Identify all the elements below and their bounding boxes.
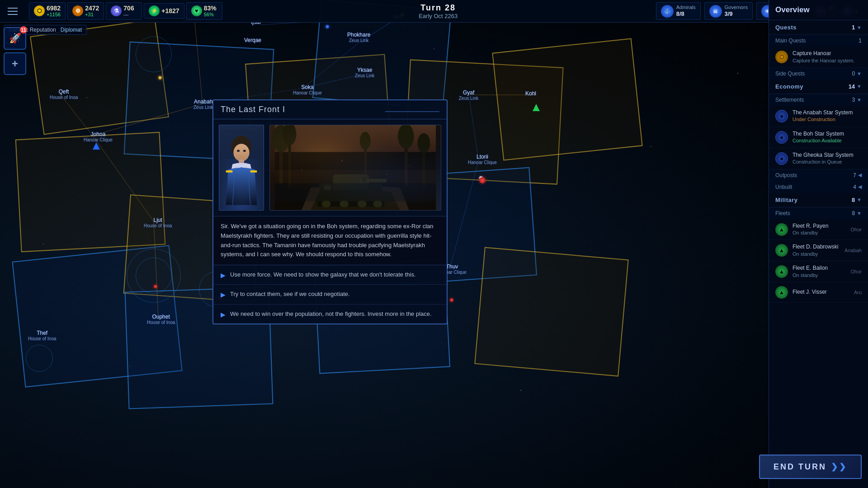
- svg-point-47: [386, 174, 387, 175]
- fleet-dabrowski-status: On standby: [793, 251, 838, 257]
- quest-icon: ⬡: [775, 51, 788, 63]
- industry-amount: 2472: [85, 5, 99, 12]
- svg-rect-29: [405, 136, 408, 186]
- industry-icon: ⚙: [72, 5, 83, 16]
- svg-rect-38: [317, 201, 384, 206]
- side-quests-label: Side Quests: [775, 70, 805, 77]
- military-section-header[interactable]: Military 8 ▼: [769, 193, 868, 207]
- svg-rect-23: [275, 125, 436, 210]
- quests-section-header[interactable]: Quests 1 ▼: [769, 20, 868, 35]
- side-quests-count: 0: [852, 70, 855, 77]
- svg-rect-35: [320, 183, 382, 206]
- economy-chevron: ▼: [857, 84, 862, 89]
- settlement-gheoka-status: Construction in Queue: [793, 159, 854, 165]
- svg-rect-36: [333, 174, 369, 190]
- fleet-payen-status: On standby: [793, 230, 828, 236]
- fleet-dabrowski[interactable]: ▲ Fleet D. Dabrowski On standby Anabah: [769, 240, 868, 261]
- portrait-glow: [219, 159, 264, 210]
- quest-name: Capture Hanoar: [793, 50, 855, 57]
- quests-count: 1: [852, 24, 855, 31]
- energy-amount: +1827: [161, 7, 179, 15]
- svg-rect-49: [275, 170, 436, 183]
- fleets-label: Fleets: [775, 210, 790, 216]
- title-decoration: [385, 111, 439, 112]
- health-icon: ♥: [191, 5, 202, 16]
- svg-point-28: [283, 125, 297, 145]
- svg-rect-50: [275, 183, 436, 202]
- fleet-payen-location: Ohor: [851, 227, 862, 232]
- fleet-payen[interactable]: ▲ Fleet R. Payen On standby Ohor: [769, 219, 868, 240]
- settlements-label: Settlements: [775, 97, 804, 103]
- scene-svg: [270, 125, 441, 210]
- svg-rect-22: [275, 125, 436, 210]
- end-turn-button[interactable]: END TURN ❯❯: [759, 455, 862, 479]
- economy-title: Economy: [775, 83, 803, 90]
- science-delta: —: [123, 12, 134, 18]
- svg-rect-37: [360, 179, 387, 183]
- fleet-dabrowski-location: Anabah: [844, 248, 862, 253]
- dialog-content: [213, 119, 447, 216]
- gold-icon: ⬡: [34, 5, 45, 16]
- science-amount: 706: [123, 5, 134, 12]
- settlement-anabah-status: Under Construction: [793, 116, 853, 122]
- health-resource: ♥ 83% 56%: [186, 2, 222, 20]
- settlement-gheoka-icon: ●: [775, 152, 788, 165]
- settlement-gheoka[interactable]: ● The Gheoka Star System Construction in…: [769, 148, 868, 169]
- svg-point-32: [418, 133, 430, 153]
- turn-date: Early Oct 2263: [419, 13, 458, 19]
- svg-rect-43: [324, 186, 331, 190]
- add-action-button[interactable]: +: [4, 52, 26, 75]
- choice-2-button[interactable]: ▶ Try to contact them, see if we could n…: [213, 285, 447, 304]
- unbuilt-label: Unbuilt: [775, 184, 792, 190]
- main-quests-count: 1: [859, 38, 862, 44]
- science-icon: ⚗: [111, 5, 122, 16]
- action-icons-panel: 🚀 11 +: [4, 27, 26, 75]
- admirals-icon: ⚓: [661, 5, 674, 18]
- svg-point-48: [409, 165, 410, 166]
- quests-chevron: ▼: [857, 25, 862, 30]
- settlement-anabah[interactable]: ● The Anabah Star System Under Construct…: [769, 106, 868, 127]
- ship-action-button[interactable]: 🚀 11: [4, 27, 26, 50]
- outposts-label: Outposts: [775, 172, 797, 178]
- menu-button[interactable]: [4, 2, 22, 20]
- dialog-body-text: Sir. We've got a situation going on in t…: [221, 222, 439, 259]
- fleet-payen-icon: ▲: [775, 223, 788, 236]
- health-main: 83%: [204, 5, 217, 12]
- governors-group[interactable]: 🏛 Governors 3/9: [704, 2, 753, 20]
- fleet-bailon-icon: ▲: [775, 265, 788, 278]
- dialog-choices: ▶ Use more force. We need to show the ga…: [213, 265, 447, 324]
- quest-dialog: The Last Front I: [212, 99, 448, 324]
- dialog-scene: [269, 125, 441, 211]
- settlement-boh[interactable]: ● The Boh Star System Construction Avail…: [769, 127, 868, 148]
- outposts-count: 7: [853, 172, 856, 178]
- admirals-title: Admirals: [676, 5, 696, 10]
- governors-count: 3/9: [725, 10, 748, 18]
- topbar: ⬡ 6982 +1156 ⚙ 2472 +31 ⚗ 706 — ⚡: [0, 0, 868, 23]
- svg-point-34: [360, 132, 371, 150]
- fleet-dabrowski-name: Fleet D. Dabrowski: [793, 244, 838, 251]
- dialog-title-bar: The Last Front I: [213, 100, 447, 119]
- settlement-boh-icon: ●: [775, 131, 788, 144]
- svg-rect-31: [422, 143, 425, 188]
- settlement-gheoka-name: The Gheoka Star System: [793, 152, 854, 159]
- svg-point-45: [301, 169, 302, 170]
- side-quests-chevron: ▼: [857, 71, 862, 76]
- choice-3-arrow: ▶: [221, 311, 226, 318]
- settlements-count: 3: [852, 97, 855, 103]
- economy-section-header[interactable]: Economy 14 ▼: [769, 80, 868, 94]
- settlements-header: Settlements 3 ▼: [769, 94, 868, 106]
- unbuilt-chevron: ◀: [858, 184, 862, 190]
- choice-1-button[interactable]: ▶ Use more force. We need to show the ga…: [213, 265, 447, 285]
- svg-point-17: [237, 150, 240, 152]
- fleet-bailon[interactable]: ▲ Fleet E. Bailon On standby Ohor: [769, 261, 868, 282]
- svg-point-40: [340, 200, 349, 207]
- governors-title: Governors: [725, 5, 748, 10]
- unbuilt-header: Unbuilt 4 ◀: [769, 181, 868, 193]
- choice-3-button[interactable]: ▶ We need to win over the population, no…: [213, 305, 447, 324]
- admirals-group[interactable]: ⚓ Admirals 8/8: [656, 2, 701, 20]
- outposts-chevron: ◀: [858, 172, 862, 178]
- quest-capture-hanoar[interactable]: ⬡ Capture Hanoar Capture the Hanoar syst…: [769, 47, 868, 68]
- fleet-visser[interactable]: ▲ Fleet J. Visser Aru: [769, 282, 868, 303]
- gold-amount: 6982: [47, 5, 61, 12]
- economy-count: 14: [849, 83, 855, 90]
